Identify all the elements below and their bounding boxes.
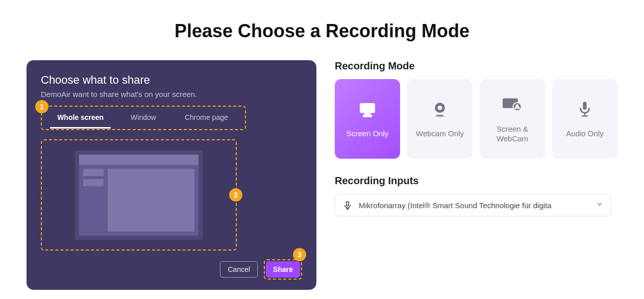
share-dialog: Choose what to share DemoAir want to sha… [27, 60, 316, 290]
recording-inputs-heading: Recording Inputs [335, 175, 617, 187]
recording-mode-heading: Recording Mode [335, 60, 617, 72]
svg-rect-0 [360, 103, 375, 113]
share-tabs-highlight: 1 Whole screen Window Chrome page [41, 106, 246, 130]
microphone-icon [342, 200, 353, 210]
mode-label: Screen & WebCam [480, 124, 545, 144]
mode-screen-webcam[interactable]: Screen & WebCam [480, 79, 545, 159]
mode-label: Webcam Only [416, 129, 464, 139]
step-badge-1: 1 [35, 100, 48, 113]
screen-webcam-icon [502, 94, 523, 115]
cancel-button[interactable]: Cancel [220, 261, 258, 278]
share-dialog-buttons: Cancel 3 Share [220, 259, 302, 280]
microphone-select-value: Mikrofonarray (Intel® Smart Sound Techno… [359, 201, 589, 210]
tab-chrome-page[interactable]: Chrome page [175, 113, 238, 122]
share-button-highlight: 3 Share [264, 259, 302, 280]
screen-thumbnail[interactable] [75, 151, 203, 240]
svg-rect-9 [584, 113, 585, 116]
share-dialog-title: Choose what to share [41, 73, 302, 87]
tab-window[interactable]: Window [112, 113, 175, 122]
chevron-down-icon [596, 200, 604, 210]
mode-screen-only[interactable]: Screen Only [335, 79, 400, 159]
microphone-icon [575, 99, 595, 119]
svg-rect-10 [582, 115, 588, 116]
svg-rect-8 [583, 102, 586, 110]
step-badge-3: 3 [293, 248, 306, 261]
svg-rect-2 [364, 115, 371, 116]
tab-whole-screen[interactable]: Whole screen [49, 113, 112, 122]
page-title: Please Choose a Recording Mode [0, 20, 644, 42]
svg-point-4 [438, 106, 442, 110]
mode-audio-only[interactable]: Audio Only [552, 79, 617, 159]
webcam-icon [430, 99, 450, 119]
mode-label: Screen Only [346, 129, 389, 139]
microphone-select[interactable]: Mikrofonarray (Intel® Smart Sound Techno… [335, 194, 611, 216]
svg-rect-11 [346, 202, 349, 206]
step-badge-2: 2 [229, 188, 242, 202]
monitor-icon [357, 99, 378, 119]
mode-webcam-only[interactable]: Webcam Only [407, 79, 473, 159]
share-preview-highlight: 2 [41, 139, 237, 251]
share-button[interactable]: Share [266, 261, 300, 278]
share-dialog-subtitle: DemoAir want to share what's on your scr… [41, 90, 302, 98]
recording-mode-options: Screen Only Webcam Only [335, 79, 617, 159]
mode-label: Audio Only [566, 129, 603, 139]
